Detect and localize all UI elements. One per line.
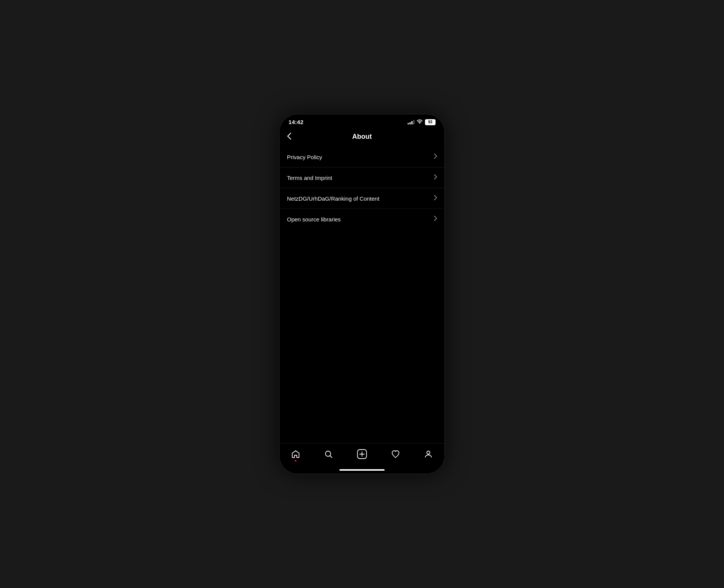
menu-item-label: Open source libraries (287, 216, 341, 223)
heart-icon (391, 450, 400, 460)
nav-item-search[interactable] (321, 448, 336, 462)
bottom-nav (279, 443, 445, 474)
menu-item-label: NetzDG/UrhDaG/Ranking of Content (287, 195, 379, 202)
profile-icon (424, 450, 433, 460)
notification-dot (295, 460, 297, 462)
back-button[interactable] (287, 132, 291, 141)
nav-item-heart[interactable] (388, 448, 403, 462)
chevron-right-icon (434, 216, 437, 223)
chevron-right-icon (434, 154, 437, 160)
menu-item-terms-and-imprint[interactable]: Terms and Imprint (279, 167, 445, 188)
add-icon (357, 449, 367, 461)
chevron-right-icon (434, 195, 437, 202)
status-icons: 93 (408, 119, 436, 125)
nav-item-profile[interactable] (421, 448, 436, 462)
phone-frame: 14:42 93 (279, 114, 445, 474)
wifi-icon (417, 119, 423, 125)
nav-items (279, 447, 445, 462)
menu-item-netzdg[interactable]: NetzDG/UrhDaG/Ranking of Content (279, 188, 445, 209)
menu-item-label: Privacy Policy (287, 154, 322, 160)
menu-item-open-source[interactable]: Open source libraries (279, 209, 445, 229)
menu-item-privacy-policy[interactable]: Privacy Policy (279, 147, 445, 167)
content-area (279, 229, 445, 437)
home-indicator (339, 469, 385, 471)
battery-icon: 93 (425, 119, 436, 125)
search-icon (324, 450, 333, 460)
svg-point-2 (427, 451, 430, 454)
page-title: About (352, 133, 372, 141)
signal-icon (408, 120, 414, 124)
status-bar: 14:42 93 (279, 114, 445, 128)
status-time: 14:42 (288, 119, 304, 125)
nav-item-home[interactable] (288, 448, 303, 462)
menu-list: Privacy Policy Terms and Imprint NetzDG/… (279, 147, 445, 229)
menu-item-label: Terms and Imprint (287, 175, 332, 181)
chevron-right-icon (434, 174, 437, 181)
home-icon (291, 450, 300, 460)
page-header: About (279, 128, 445, 147)
nav-item-add[interactable] (354, 447, 370, 462)
